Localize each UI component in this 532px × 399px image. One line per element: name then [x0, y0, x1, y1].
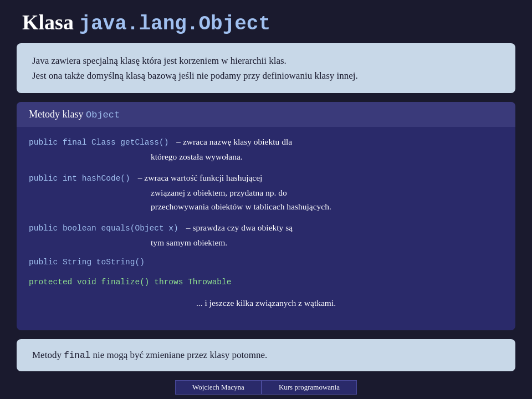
title-text: Klasa [22, 11, 79, 34]
getclass-dash: – zwraca nazwę klasy obiektu dla [176, 135, 292, 149]
method-tostring: public String toString() [29, 256, 503, 269]
main-content: Java zawiera specjalną klasę która jest … [0, 43, 532, 377]
method-getclass-line: public final Class getClass() – zwraca n… [29, 135, 503, 150]
methods-body: public final Class getClass() – zwraca n… [17, 127, 515, 320]
methods-box: Metody klasy Object public final Class g… [17, 102, 515, 330]
footer-right: Kurs programowania [262, 380, 357, 395]
tostring-code: public String toString() [29, 256, 145, 269]
hashcode-desc3: przechowywania obiektów w tablicach hash… [29, 200, 503, 214]
method-tostring-line: public String toString() [29, 256, 503, 269]
footer: Wojciech Macyna Kurs programowania [0, 377, 532, 399]
method-finalize-line: protected void finalize() throws Throwab… [29, 276, 503, 289]
hashcode-desc2: związanej z obiektem, przydatna np. do [29, 186, 503, 200]
bottom-box: Metody final nie mogą być zmieniane prze… [17, 339, 515, 371]
methods-header: Metody klasy Object [17, 102, 515, 127]
method-getclass: public final Class getClass() – zwraca n… [29, 135, 503, 163]
method-finalize: protected void finalize() throws Throwab… [29, 276, 503, 289]
equals-code: public boolean equals(Object x) [29, 222, 178, 236]
footer-left: Wojciech Macyna [175, 380, 262, 395]
intro-box: Java zawiera specjalną klasę która jest … [17, 43, 515, 93]
page-title: Klasa java.lang.Object [22, 10, 510, 35]
intro-line2: Jest ona także domyślną klasą bazową jeś… [32, 68, 500, 83]
equals-dash: – sprawdza czy dwa obiekty są [186, 221, 293, 235]
hashcode-dash: – zwraca wartość funkcji hashującej [138, 171, 263, 185]
ellipsis-text: ... i jeszcze kilka związanych z wątkami… [29, 296, 503, 310]
title-mono: java.lang.Object [79, 13, 270, 35]
getclass-code: public final Class getClass() [29, 136, 168, 150]
hashcode-code: public int hashCode() [29, 172, 130, 186]
equals-desc2: tym samym obiektem. [29, 236, 503, 250]
getclass-desc2: którego została wywołana. [29, 150, 503, 164]
method-equals-line: public boolean equals(Object x) – sprawd… [29, 221, 503, 236]
intro-line1: Java zawiera specjalną klasę która jest … [32, 53, 500, 68]
method-hashcode-line: public int hashCode() – zwraca wartość f… [29, 171, 503, 186]
method-hashcode: public int hashCode() – zwraca wartość f… [29, 171, 503, 214]
method-equals: public boolean equals(Object x) – sprawd… [29, 221, 503, 249]
header: Klasa java.lang.Object [0, 0, 532, 43]
finalize-code: protected void finalize() throws Throwab… [29, 276, 231, 289]
